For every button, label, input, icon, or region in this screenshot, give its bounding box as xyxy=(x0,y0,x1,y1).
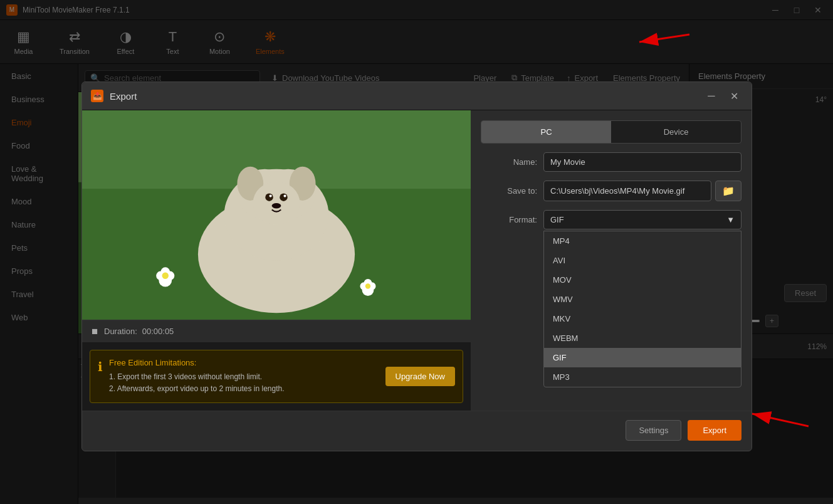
format-option-mkv[interactable]: MKV xyxy=(544,309,741,328)
dropdown-arrow-icon: ▼ xyxy=(726,215,735,224)
format-option-mp3[interactable]: MP3 xyxy=(544,367,741,387)
dialog-warning-text: Free Edition Limitations: 1. Export the … xyxy=(109,358,379,395)
svg-point-35 xyxy=(280,193,288,201)
save-to-input[interactable] xyxy=(543,181,711,201)
format-label: Format: xyxy=(481,210,537,224)
format-option-webm[interactable]: WEBM xyxy=(544,328,741,348)
form-row-name: Name: xyxy=(481,152,741,172)
format-dropdown[interactable]: GIF ▼ MP4 AVI MOV WMV MKV WEBM GIF xyxy=(543,210,741,229)
settings-button[interactable]: Settings xyxy=(626,420,681,441)
dialog-title: Export xyxy=(110,91,137,102)
name-input[interactable] xyxy=(543,152,741,172)
dialog-overlay: 📤 Export ─ ✕ xyxy=(0,0,833,504)
dialog-left: ⏹ Duration: 00:00:05 ℹ Free Edition Limi… xyxy=(82,110,471,411)
svg-point-43 xyxy=(162,273,169,279)
dialog-warning: ℹ Free Edition Limitations: 1. Export th… xyxy=(90,350,463,403)
dialog-body: ⏹ Duration: 00:00:05 ℹ Free Edition Limi… xyxy=(82,110,752,411)
dialog-footer: Settings Export xyxy=(82,411,752,451)
name-label: Name: xyxy=(481,157,537,167)
tab-pc[interactable]: PC xyxy=(481,121,611,143)
dialog-icon: 📤 xyxy=(91,90,103,102)
export-button[interactable]: Export xyxy=(688,420,741,441)
format-option-wmv[interactable]: WMV xyxy=(544,290,741,309)
format-current-value: GIF xyxy=(550,215,564,224)
tab-device[interactable]: Device xyxy=(611,121,741,143)
svg-point-38 xyxy=(272,203,281,208)
warning-title: Free Edition Limitations: xyxy=(109,358,379,367)
form-row-format: Format: GIF ▼ MP4 AVI MOV WMV MKV xyxy=(481,210,741,229)
dialog-preview xyxy=(82,110,471,320)
format-option-mp4[interactable]: MP4 xyxy=(544,231,741,251)
dialog-close-button[interactable]: ✕ xyxy=(725,89,743,103)
format-option-gif[interactable]: GIF xyxy=(544,348,741,367)
dialog-preview-svg xyxy=(82,110,471,320)
dialog-minimize-button[interactable]: ─ xyxy=(703,89,720,103)
dialog-right: PC Device Name: Save to: 📁 xyxy=(471,110,752,411)
folder-browse-button[interactable]: 📁 xyxy=(715,181,741,201)
form-row-save: Save to: 📁 xyxy=(481,181,741,201)
dialog-header-buttons: ─ ✕ xyxy=(703,89,743,103)
format-option-mov[interactable]: MOV xyxy=(544,270,741,290)
platform-tab-row: PC Device xyxy=(481,120,741,144)
duration-value: 00:00:05 xyxy=(142,327,174,336)
upgrade-button[interactable]: Upgrade Now xyxy=(385,367,456,386)
svg-point-48 xyxy=(365,283,370,288)
svg-point-34 xyxy=(265,193,273,201)
export-dialog: 📤 Export ─ ✕ xyxy=(81,81,752,451)
format-options-list: MP4 AVI MOV WMV MKV WEBM GIF MP3 xyxy=(543,231,741,387)
warning-content: 1. Export the first 3 videos without len… xyxy=(109,371,379,395)
warning-icon: ℹ xyxy=(98,359,103,395)
svg-point-37 xyxy=(283,195,286,197)
save-to-label: Save to: xyxy=(481,186,537,196)
format-option-avi[interactable]: AVI xyxy=(544,251,741,270)
format-select-display[interactable]: GIF ▼ xyxy=(543,210,741,229)
svg-point-36 xyxy=(270,195,272,197)
dialog-header: 📤 Export ─ ✕ xyxy=(82,82,752,110)
save-to-input-group: 📁 xyxy=(543,181,741,201)
dialog-duration-bar: ⏹ Duration: 00:00:05 xyxy=(82,320,471,342)
duration-icon: ⏹ xyxy=(91,327,99,336)
duration-label: Duration: xyxy=(104,327,137,336)
